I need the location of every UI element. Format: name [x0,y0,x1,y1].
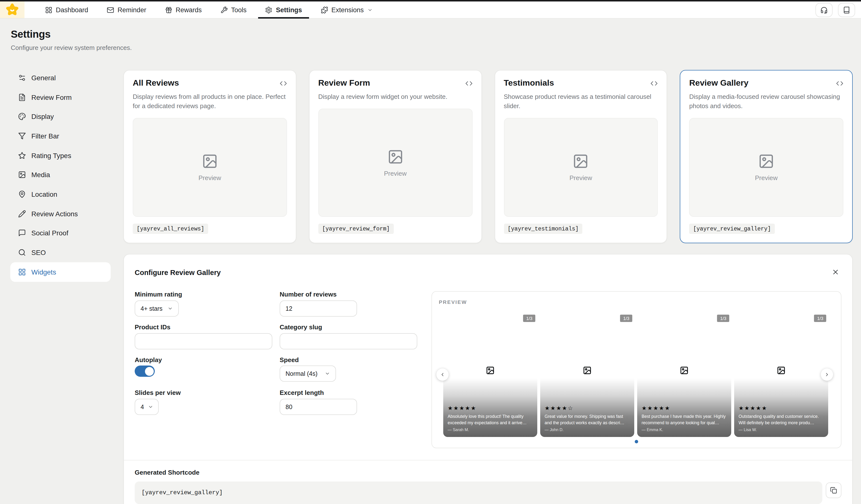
star-rating: ★★★★★ [739,405,823,412]
nav-tab-tools[interactable]: Tools [214,1,254,18]
slide-counter-badge: 1/3 [717,314,729,322]
review-slide-4[interactable]: 1/3 ★★★★★ Outstanding quality and custom… [734,314,828,437]
number-of-reviews-label: Number of reviews [279,291,337,298]
sidebar-item-review-form[interactable]: Review Form [10,87,111,107]
app-logo[interactable] [0,1,25,18]
map-pin-icon [18,190,26,198]
preview-panel: PREVIEW 1/3 ★★★★★ Absolutely love this p… [432,291,842,448]
generated-shortcode-label: Generated Shortcode [135,469,199,476]
nav-tab-reminder[interactable]: Reminder [100,1,153,18]
widget-card-description: Display reviews from all products in one… [133,93,287,111]
excerpt-length-input[interactable]: 80 [279,399,357,415]
widget-card-review-form[interactable]: Review Form Display a review form widget… [309,70,482,243]
funnel-icon [18,132,26,140]
nav-tab-label: Rewards [176,6,202,13]
generated-shortcode-box: [yayrev_review_gallery] [135,481,822,504]
sidebar-item-review-actions[interactable]: Review Actions [10,204,111,223]
sidebar-item-label: SEO [31,249,46,256]
review-author: — John D. [545,428,629,432]
chevron-down-icon [167,306,173,311]
review-excerpt: Outstanding quality and customer service… [739,414,823,426]
review-slide-2[interactable]: 1/3 ★★★★☆ Great value for money. Shippin… [540,314,634,437]
sidebar-item-media[interactable]: Media [10,165,111,184]
review-slide-1[interactable]: 1/3 ★★★★★ Absolutely love this product! … [443,314,537,437]
pencil-icon [18,210,26,218]
code-icon[interactable] [836,80,843,87]
category-slug-input[interactable] [279,333,417,349]
window-top-edge [0,0,861,1]
sidebar-item-label: Rating Types [31,152,71,159]
widget-card-all-reviews[interactable]: All Reviews Display reviews from all pro… [123,70,296,243]
star-logo-icon [6,3,18,16]
top-nav: Dashboard Reminder Rewards Tools Setting… [0,1,861,18]
preview-label: Preview [755,174,778,182]
image-placeholder-icon [573,153,589,169]
widget-card-header: Review Gallery [689,78,844,88]
star-rating: ★★★★☆ [545,405,629,412]
search-icon [18,249,26,256]
code-icon[interactable] [651,80,658,87]
configure-panel-title: Configure Review Gallery [135,269,221,277]
documentation-button[interactable] [838,3,855,17]
gift-icon [165,6,172,13]
copy-shortcode-button[interactable] [826,482,842,498]
nav-tab-settings[interactable]: Settings [258,1,309,18]
support-button[interactable] [816,3,833,17]
minimum-rating-label: Minimum rating [135,291,182,298]
excerpt-length-label: Excerpt length [279,389,324,396]
widget-card-title: All Reviews [133,78,179,88]
number-of-reviews-input[interactable]: 12 [279,300,357,317]
minimum-rating-select[interactable]: 4+ stars [135,300,179,317]
sidebar-item-label: Filter Bar [31,132,59,140]
review-author: — Emma K. [642,428,726,432]
sidebar-item-seo[interactable]: SEO [10,243,111,262]
widget-card-preview: Preview [318,109,473,217]
widget-card-review-gallery[interactable]: Review Gallery Display a media-focused r… [680,70,853,243]
carousel-next-button[interactable] [821,368,833,381]
puzzle-icon [320,6,328,13]
review-author: — Lisa W. [739,428,823,432]
nav-tab-extensions[interactable]: Extensions [314,1,379,18]
widget-card-title: Review Form [318,78,370,88]
review-excerpt: Best purchase I have made this year. Hig… [642,414,726,426]
nav-tabs: Dashboard Reminder Rewards Tools Setting… [38,1,379,18]
widget-shortcode: [yayrev_testimonials] [504,224,583,234]
autoplay-toggle[interactable] [135,365,155,377]
minimum-rating-value: 4+ stars [140,305,163,312]
nav-tab-label: Dashboard [56,6,88,13]
star-rating: ★★★★★ [642,405,726,412]
autoplay-label: Autoplay [135,356,162,364]
product-ids-input[interactable] [135,333,272,349]
code-icon[interactable] [279,80,287,87]
carousel-pagination-dot[interactable] [634,440,638,443]
widget-card-description: Display a review form widget on your web… [318,93,473,102]
speed-select[interactable]: Normal (4s) [279,365,336,382]
nav-tab-dashboard[interactable]: Dashboard [38,1,95,18]
nav-actions [816,1,855,18]
widget-card-testimonials[interactable]: Testimonials Showcase product reviews as… [494,70,667,243]
headset-icon [820,6,828,13]
sidebar-item-filter-bar[interactable]: Filter Bar [10,126,111,145]
nav-tab-label: Reminder [118,6,146,13]
close-icon[interactable] [832,268,839,276]
sidebar-item-location[interactable]: Location [10,184,111,204]
slides-per-view-label: Slides per view [135,389,181,396]
message-icon [18,229,26,237]
palette-icon [18,113,26,121]
sidebar-item-widgets[interactable]: Widgets [10,262,111,282]
chevron-down-icon [325,371,330,376]
slide-overlay: ★★★★★ Outstanding quality and customer s… [734,378,828,437]
chevron-down-icon [367,7,372,13]
review-slide-3[interactable]: 1/3 ★★★★★ Best purchase I have made this… [637,314,731,437]
slide-counter-badge: 1/3 [814,314,826,322]
widget-card-header: All Reviews [133,78,287,88]
nav-tab-rewards[interactable]: Rewards [158,1,209,18]
sidebar-item-social-proof[interactable]: Social Proof [10,223,111,243]
code-icon[interactable] [465,80,473,87]
sidebar-item-general[interactable]: General [10,68,111,87]
page-title: Settings [11,28,132,40]
carousel-prev-button[interactable] [436,368,449,381]
slides-per-view-select[interactable]: 4 [135,399,159,415]
sidebar-item-display[interactable]: Display [10,107,111,126]
sidebar-item-rating-types[interactable]: Rating Types [10,146,111,165]
